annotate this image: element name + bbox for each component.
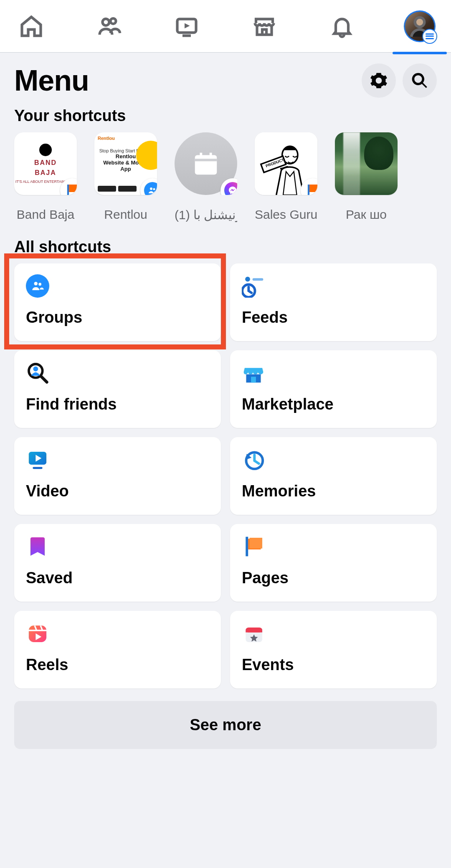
tab-home[interactable] xyxy=(13,8,50,45)
svg-rect-13 xyxy=(253,278,264,281)
events-icon xyxy=(242,622,265,645)
card-label: Saved xyxy=(26,569,209,587)
video-icon xyxy=(26,448,49,471)
svg-rect-21 xyxy=(33,467,42,469)
shortcut-label: Band Baja xyxy=(14,208,77,222)
svg-rect-29 xyxy=(246,630,262,633)
shortcut-thumb: BAND BAJA IT'S ALL ABOUT ENTERTAINMENT xyxy=(14,132,77,195)
gear-icon xyxy=(370,71,388,90)
svg-rect-25 xyxy=(250,538,262,549)
card-memories[interactable]: Memories xyxy=(230,437,437,515)
search-icon xyxy=(410,71,429,90)
all-shortcuts-heading: All shortcuts xyxy=(0,230,451,263)
svg-point-10 xyxy=(34,282,38,286)
shortcut-rak[interactable]: Рак шо xyxy=(335,132,398,222)
svg-point-16 xyxy=(33,367,38,372)
card-events[interactable]: Events xyxy=(230,611,437,688)
search-button[interactable] xyxy=(403,63,437,98)
settings-button[interactable] xyxy=(362,63,396,98)
marketplace-icon xyxy=(252,14,277,39)
shortcut-thumb: PRODUCT xyxy=(255,132,317,195)
card-label: Memories xyxy=(242,482,425,500)
tab-video[interactable] xyxy=(168,8,205,45)
tab-notifications[interactable] xyxy=(323,8,361,45)
svg-rect-6 xyxy=(195,155,217,175)
svg-point-5 xyxy=(153,188,155,190)
card-feeds[interactable]: Feeds xyxy=(230,263,437,341)
svg-point-3 xyxy=(415,17,425,27)
card-marketplace[interactable]: Marketplace xyxy=(230,350,437,428)
card-label: Groups xyxy=(26,309,209,326)
all-shortcuts-grid: Groups Feeds Find friends Marketplace Vi xyxy=(0,263,451,688)
card-groups[interactable]: Groups xyxy=(14,263,221,341)
find-friends-icon xyxy=(26,361,49,385)
card-label: Reels xyxy=(26,656,209,674)
top-nav xyxy=(0,0,451,53)
card-label: Feeds xyxy=(242,309,425,326)
feeds-icon xyxy=(242,274,265,298)
card-label: Video xyxy=(26,482,209,500)
pages-icon xyxy=(242,535,265,558)
svg-point-4 xyxy=(150,187,152,190)
svg-rect-18 xyxy=(251,377,256,382)
card-label: Pages xyxy=(242,569,425,587)
card-label: Find friends xyxy=(26,395,209,413)
svg-rect-26 xyxy=(29,625,46,642)
shortcut-thumb xyxy=(175,132,237,195)
shortcut-rentlou[interactable]: Rentlou Stop Buying Start Renting Rentlo… xyxy=(94,132,157,222)
shortcut-band-baja[interactable]: BAND BAJA IT'S ALL ABOUT ENTERTAINMENT B… xyxy=(14,132,77,222)
card-reels[interactable]: Reels xyxy=(14,611,221,688)
tab-profile-menu[interactable] xyxy=(401,8,438,45)
hamburger-badge-icon xyxy=(422,29,437,44)
svg-point-1 xyxy=(111,18,116,24)
card-pages[interactable]: Pages xyxy=(230,524,437,602)
shortcut-international[interactable]: انٹرنیشنل با (1) xyxy=(175,132,237,222)
page-title: Menu xyxy=(14,64,89,97)
svg-point-0 xyxy=(103,19,109,25)
marketplace-icon xyxy=(242,361,265,385)
calendar-icon xyxy=(191,149,220,178)
reels-icon xyxy=(26,622,49,645)
shortcut-sales-guru[interactable]: PRODUCT Sales Guru xyxy=(255,132,317,222)
shortcut-label: Sales Guru xyxy=(255,208,317,222)
tab-marketplace[interactable] xyxy=(246,8,283,45)
avatar xyxy=(404,10,436,42)
your-shortcuts-heading: Your shortcuts xyxy=(0,105,451,132)
video-icon xyxy=(174,14,199,39)
shortcut-label: Rentlou xyxy=(94,208,157,222)
shortcut-thumb: Rentlou Stop Buying Start Renting Rentlo… xyxy=(94,132,157,195)
shortcut-label: انٹرنیشنل با (1) xyxy=(175,208,237,222)
card-video[interactable]: Video xyxy=(14,437,221,515)
saved-icon xyxy=(26,535,49,558)
svg-rect-23 xyxy=(246,537,248,557)
memories-icon xyxy=(242,448,265,471)
card-label: Marketplace xyxy=(242,395,425,413)
svg-point-12 xyxy=(245,277,250,282)
card-find-friends[interactable]: Find friends xyxy=(14,350,221,428)
friends-icon xyxy=(96,14,122,39)
svg-point-11 xyxy=(38,283,41,286)
active-tab-indicator xyxy=(393,52,447,54)
menu-header: Menu xyxy=(0,53,451,105)
bell-icon xyxy=(329,14,355,39)
card-label: Events xyxy=(242,656,425,674)
groups-icon xyxy=(26,274,49,298)
shortcut-thumb xyxy=(335,132,398,195)
card-saved[interactable]: Saved xyxy=(14,524,221,602)
tab-friends[interactable] xyxy=(90,8,128,45)
see-more-button[interactable]: See more xyxy=(14,701,437,749)
shortcut-label: Рак шо xyxy=(335,208,398,222)
shortcuts-row: BAND BAJA IT'S ALL ABOUT ENTERTAINMENT B… xyxy=(0,132,451,230)
home-icon xyxy=(19,14,44,39)
